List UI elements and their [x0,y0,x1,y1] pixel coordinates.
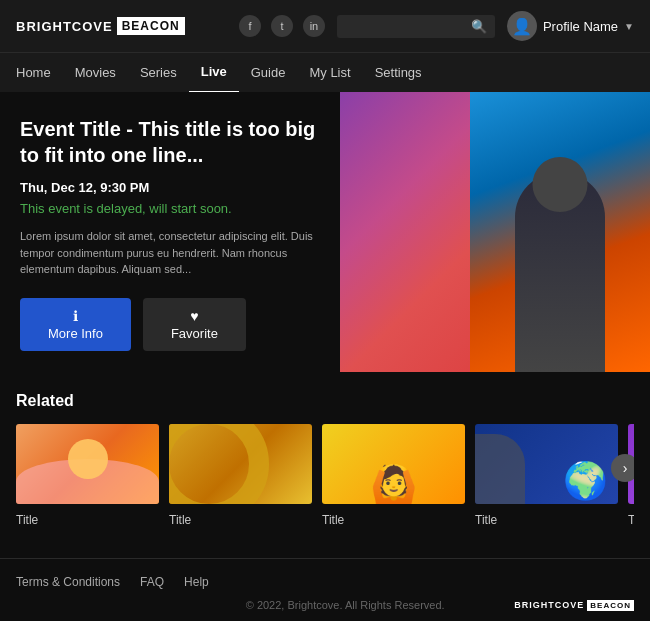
event-hero-image [340,92,650,372]
list-item[interactable]: 🙆 Title [322,424,465,528]
list-item[interactable]: Title [16,424,159,528]
footer-logo-brightcove: BRIGHTCOVE [514,600,584,610]
search-input[interactable] [345,19,465,33]
more-info-label: More Info [48,326,103,341]
footer-link-faq[interactable]: FAQ [140,575,164,589]
footer-link-help[interactable]: Help [184,575,209,589]
related-cards: Title Title 🙆 Title 🌍 Title Tit [16,424,634,528]
heart-icon: ♥ [190,308,198,324]
event-image-right [470,92,650,372]
related-section: Related Title Title 🙆 Title 🌍 [0,372,650,538]
nav-item-movies[interactable]: Movies [63,53,128,93]
footer: Terms & Conditions FAQ Help © 2022, Brig… [0,558,650,621]
social-icons: f t in [239,15,325,37]
footer-logo-beacon: BEACON [587,600,634,611]
facebook-icon[interactable]: f [239,15,261,37]
card-title: Title [322,513,344,527]
card-title: Title [16,513,38,527]
profile-area[interactable]: 👤 Profile Name ▼ [507,11,634,41]
footer-link-terms[interactable]: Terms & Conditions [16,575,120,589]
nav: Home Movies Series Live Guide My List Se… [0,52,650,92]
search-bar[interactable]: 🔍 [337,15,495,38]
nav-item-live[interactable]: Live [189,53,239,93]
favorite-label: Favorite [171,326,218,341]
next-button[interactable]: › [611,454,634,482]
info-icon: ℹ [73,308,78,324]
nav-item-guide[interactable]: Guide [239,53,298,93]
event-status: This event is delayed, will start soon. [20,201,320,216]
instagram-icon[interactable]: in [303,15,325,37]
avatar: 👤 [507,11,537,41]
logo-beacon: BEACON [117,17,185,35]
nav-item-series[interactable]: Series [128,53,189,93]
card-title: Title [628,513,634,527]
list-item[interactable]: Title [169,424,312,528]
header-right: f t in 🔍 👤 Profile Name ▼ [239,11,634,41]
logo: BRIGHTCOVE BEACON [16,17,185,35]
event-description: Lorem ipsum dolor sit amet, consectetur … [20,228,320,278]
nav-item-mylist[interactable]: My List [297,53,362,93]
card-title: Title [475,513,497,527]
footer-logo: BRIGHTCOVE BEACON [514,600,634,611]
footer-copyright: © 2022, Brightcove. All Rights Reserved. [176,599,514,611]
search-icon[interactable]: 🔍 [471,19,487,34]
twitter-icon[interactable]: t [271,15,293,37]
related-title: Related [16,392,634,410]
favorite-button[interactable]: ♥ Favorite [143,298,246,351]
list-item[interactable]: 🌍 Title [475,424,618,528]
logo-brightcove: BRIGHTCOVE [16,19,113,34]
nav-item-home[interactable]: Home [16,53,63,93]
event-section: Event Title - This title is too big to f… [0,92,650,372]
event-title: Event Title - This title is too big to f… [20,116,320,168]
event-buttons: ℹ More Info ♥ Favorite [20,298,320,351]
event-image-left [340,92,470,372]
event-info: Event Title - This title is too big to f… [0,92,340,372]
header: BRIGHTCOVE BEACON f t in 🔍 👤 Profile Nam… [0,0,650,52]
card-title: Title [169,513,191,527]
profile-name: Profile Name [543,19,618,34]
footer-links: Terms & Conditions FAQ Help [16,575,634,589]
event-date: Thu, Dec 12, 9:30 PM [20,180,320,195]
more-info-button[interactable]: ℹ More Info [20,298,131,351]
footer-bottom: © 2022, Brightcove. All Rights Reserved.… [16,599,634,611]
profile-dropdown-arrow: ▼ [624,21,634,32]
nav-item-settings[interactable]: Settings [363,53,434,93]
